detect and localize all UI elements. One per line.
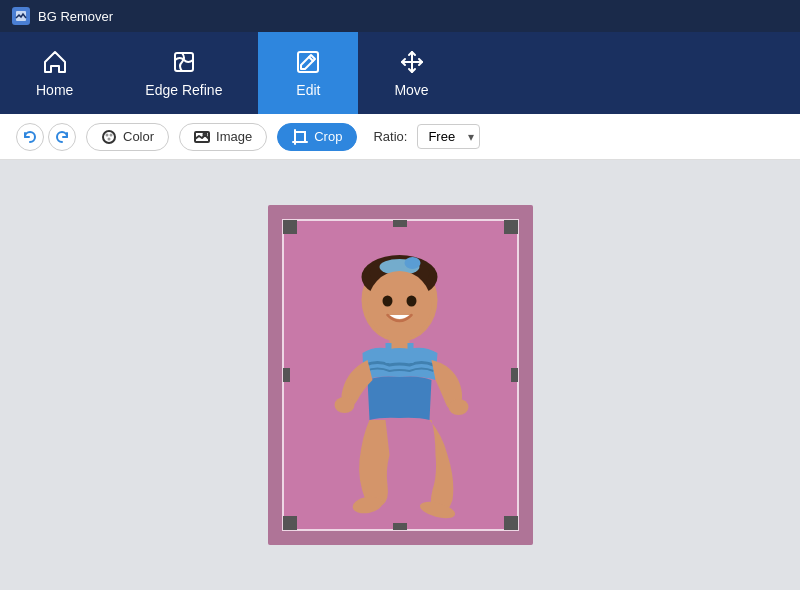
image-label: Image [216, 129, 252, 144]
image-container [268, 205, 533, 545]
nav-item-home[interactable]: Home [0, 32, 109, 114]
nav-item-move[interactable]: Move [358, 32, 464, 114]
svg-rect-23 [408, 343, 414, 363]
nav-bar: Home Edge Refine Edit Move [0, 32, 800, 114]
undo-redo-group [16, 123, 76, 151]
crop-handle-top[interactable] [393, 220, 407, 227]
svg-point-27 [449, 399, 469, 415]
ratio-wrapper: Free 1:1 4:3 16:9 3:4 [417, 124, 480, 149]
svg-point-4 [103, 131, 115, 143]
crop-handle-tl[interactable] [283, 220, 297, 234]
app-icon [12, 7, 30, 25]
crop-handle-tr[interactable] [504, 220, 518, 234]
svg-point-5 [106, 133, 109, 136]
child-figure [308, 235, 493, 545]
title-bar: BG Remover [0, 0, 800, 32]
nav-item-home-label: Home [36, 82, 73, 98]
redo-button[interactable] [48, 123, 76, 151]
svg-point-18 [368, 271, 432, 339]
svg-point-19 [383, 296, 393, 307]
svg-point-17 [405, 257, 421, 269]
crop-label: Crop [314, 129, 342, 144]
crop-handle-br[interactable] [504, 516, 518, 530]
crop-handle-left[interactable] [283, 368, 290, 382]
toolbar: Color Image Crop Ratio: Free 1:1 4:3 16:… [0, 114, 800, 160]
crop-handle-bl[interactable] [283, 516, 297, 530]
image-background [268, 205, 533, 545]
ratio-label: Ratio: [373, 129, 407, 144]
color-button[interactable]: Color [86, 123, 169, 151]
color-label: Color [123, 129, 154, 144]
ratio-select[interactable]: Free 1:1 4:3 16:9 3:4 [417, 124, 480, 149]
nav-item-edit[interactable]: Edit [258, 32, 358, 114]
app-title: BG Remover [38, 9, 113, 24]
svg-rect-22 [386, 343, 392, 363]
svg-point-20 [407, 296, 417, 307]
nav-item-edge-refine-label: Edge Refine [145, 82, 222, 98]
crop-handle-right[interactable] [511, 368, 518, 382]
svg-point-26 [335, 397, 355, 413]
nav-item-edge-refine[interactable]: Edge Refine [109, 32, 258, 114]
image-button[interactable]: Image [179, 123, 267, 151]
svg-point-7 [108, 137, 111, 140]
undo-button[interactable] [16, 123, 44, 151]
crop-button[interactable]: Crop [277, 123, 357, 151]
svg-point-6 [110, 133, 113, 136]
nav-item-edit-label: Edit [296, 82, 320, 98]
svg-rect-10 [295, 132, 305, 142]
nav-item-move-label: Move [394, 82, 428, 98]
canvas-area [0, 160, 800, 590]
